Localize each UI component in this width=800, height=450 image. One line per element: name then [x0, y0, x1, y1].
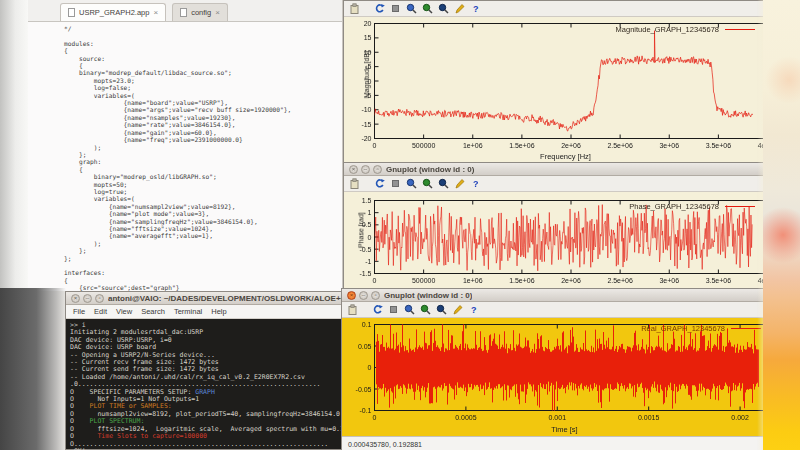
legend: Real_GRAPH_12345678: [641, 324, 761, 333]
legend-label: Magnitude_GRAPH_12345678: [616, 25, 719, 34]
editor-window: USRP_GRAPH2.app config */ modules: { sou…: [28, 0, 343, 291]
legend-line-sample: [725, 29, 755, 30]
clipboard-icon[interactable]: [349, 178, 360, 189]
zoom-previous-icon[interactable]: [404, 304, 415, 315]
menu-item-terminal[interactable]: Terminal: [174, 307, 202, 316]
editor-tab-bar: USRP_GRAPH2.app config: [28, 0, 342, 22]
legend: Magnitude_GRAPH_12345678: [616, 25, 755, 34]
close-button[interactable]: [349, 165, 358, 174]
minimize-button[interactable]: [359, 291, 368, 300]
replot-icon[interactable]: [374, 178, 385, 189]
left-edge-blur: [0, 0, 28, 291]
legend-line-sample: [725, 206, 755, 207]
x-axis-label: Time [s]: [342, 425, 787, 434]
minimize-button[interactable]: [361, 165, 370, 174]
menu-item-search[interactable]: Search: [141, 307, 165, 316]
tab-label: config: [191, 8, 211, 17]
tab-config[interactable]: config: [172, 3, 228, 21]
titlebar[interactable]: antoni@VAIO: ~/DADES/DEVELOPMENT/OSLDWOR…: [66, 292, 347, 305]
menu-item-help[interactable]: Help: [211, 307, 226, 316]
gnuplot-toolbar: ?: [344, 1, 787, 17]
phase-plot-region: Phase [rad] Phase_GRAPH_12345678: [344, 192, 787, 289]
replot-icon[interactable]: [374, 3, 385, 14]
x-axis-label: Frequency [Hz]: [344, 152, 787, 161]
menu-item-view[interactable]: View: [116, 307, 132, 316]
configure-icon[interactable]: [454, 3, 465, 14]
help-icon[interactable]: ?: [470, 178, 481, 189]
close-button[interactable]: [347, 291, 356, 300]
gnuplot-toolbar: ?: [344, 176, 787, 192]
svg-text:?: ?: [473, 4, 479, 14]
window-title: Gnuplot (window id : 0): [384, 291, 472, 300]
gnuplot-window-real: Gnuplot (window id : 0) ? Time [s] Real_…: [341, 288, 788, 450]
document-icon: [180, 8, 187, 17]
tab-close-icon[interactable]: [153, 8, 158, 17]
replot-icon[interactable]: [372, 304, 383, 315]
gnuplot-window-magnitude: ? Magnitude [dB] Frequency [Hz] Magnitud…: [343, 0, 788, 162]
svg-text:?: ?: [471, 305, 477, 315]
window-title: antoni@VAIO: ~/DADES/DEVELOPMENT/OSLDWOR…: [108, 294, 342, 303]
tab-close-icon[interactable]: [215, 8, 220, 17]
legend: Phase_GRAPH_12345678: [629, 202, 755, 211]
maximize-button[interactable]: [371, 291, 380, 300]
gnuplot-window-phase: Gnuplot (window id : 0) ? Phase [rad] Ph…: [343, 162, 788, 288]
maximize-button[interactable]: [373, 165, 382, 174]
zoom-previous-icon[interactable]: [406, 178, 417, 189]
terminal-window: antoni@VAIO: ~/DADES/DEVELOPMENT/OSLDWOR…: [65, 291, 348, 450]
terminal-output[interactable]: >> iInitiating 2 modulesrtdal_dac:USRPDA…: [66, 319, 347, 450]
stop-icon[interactable]: [390, 178, 401, 189]
titlebar[interactable]: Gnuplot (window id : 0): [344, 163, 787, 176]
desktop: USRP_GRAPH2.app config */ modules: { sou…: [0, 0, 800, 450]
code-editor-area[interactable]: */ modules: { source: { binary="modrep_d…: [28, 22, 342, 291]
bottom-left-shadow: [0, 288, 66, 450]
legend-label: Phase_GRAPH_12345678: [629, 202, 719, 211]
magnitude-plot-region: Magnitude [dB] Frequency [Hz] Magnitude_…: [344, 17, 787, 162]
coordinate-readout: 0.000435780, 0.192881: [342, 436, 787, 450]
stop-icon[interactable]: [390, 3, 401, 14]
help-icon[interactable]: ?: [470, 3, 481, 14]
autoscale-icon[interactable]: [438, 3, 449, 14]
legend-label: Real_GRAPH_12345678: [641, 324, 725, 333]
clipboard-icon[interactable]: [347, 304, 358, 315]
svg-text:?: ?: [473, 179, 479, 189]
y-axis-label: Phase [rad]: [357, 212, 364, 248]
titlebar[interactable]: Gnuplot (window id : 0): [342, 289, 787, 302]
minimize-button[interactable]: [83, 294, 92, 303]
zoom-next-icon[interactable]: [422, 3, 433, 14]
menu-item-file[interactable]: File: [73, 307, 85, 316]
y-axis-label: Magnitude [dB]: [363, 51, 370, 98]
autoscale-icon[interactable]: [436, 304, 447, 315]
real-plot-canvas[interactable]: [342, 318, 787, 436]
document-icon: [68, 8, 75, 17]
clipboard-icon[interactable]: [349, 3, 360, 14]
help-icon[interactable]: ?: [468, 304, 479, 315]
window-title: Gnuplot (window id : 0): [386, 165, 474, 174]
real-plot-region: Time [s] Real_GRAPH_12345678: [342, 318, 787, 436]
menu-item-edit[interactable]: Edit: [94, 307, 107, 316]
tab-label: USRP_GRAPH2.app: [79, 8, 149, 17]
configure-icon[interactable]: [454, 178, 465, 189]
terminal-menubar: File Edit View Search Terminal Help: [66, 305, 347, 319]
legend-line-sample: [731, 328, 761, 329]
close-button[interactable]: [71, 294, 80, 303]
autoscale-icon[interactable]: [438, 178, 449, 189]
tab-usrp-graph2-app[interactable]: USRP_GRAPH2.app: [60, 3, 166, 21]
configure-icon[interactable]: [452, 304, 463, 315]
magnitude-plot-canvas[interactable]: [344, 17, 787, 162]
gnuplot-toolbar: ?: [342, 302, 787, 318]
zoom-previous-icon[interactable]: [406, 3, 417, 14]
maximize-button[interactable]: [95, 294, 104, 303]
zoom-next-icon[interactable]: [420, 304, 431, 315]
zoom-next-icon[interactable]: [422, 178, 433, 189]
stop-icon[interactable]: [388, 304, 399, 315]
